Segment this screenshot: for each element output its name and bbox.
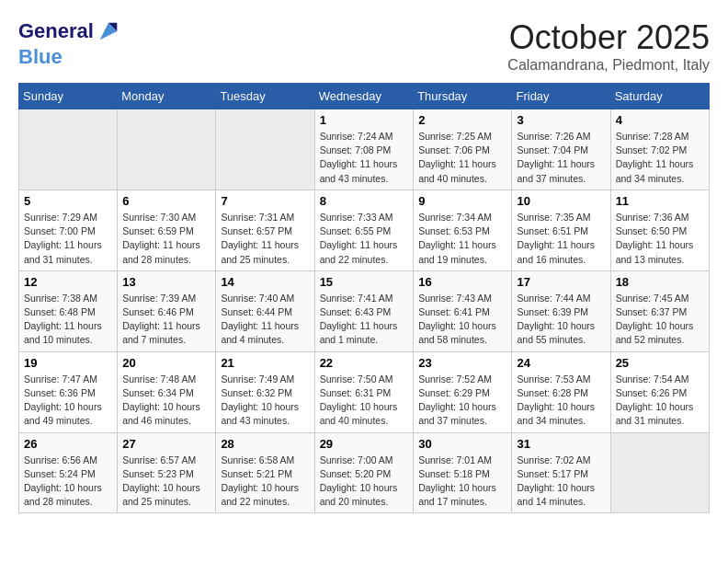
calendar-cell xyxy=(610,432,709,513)
day-number: 7 xyxy=(221,194,309,208)
day-number: 20 xyxy=(122,356,210,370)
weekday-thursday: Thursday xyxy=(414,84,512,109)
day-number: 31 xyxy=(517,437,605,451)
calendar-cell: 25Sunrise: 7:54 AM Sunset: 6:26 PM Dayli… xyxy=(610,351,709,432)
day-number: 6 xyxy=(122,194,210,208)
calendar-cell: 1Sunrise: 7:24 AM Sunset: 7:08 PM Daylig… xyxy=(314,109,414,190)
weekday-saturday: Saturday xyxy=(610,84,709,109)
calendar-cell: 12Sunrise: 7:38 AM Sunset: 6:48 PM Dayli… xyxy=(19,270,118,351)
day-number: 23 xyxy=(418,356,506,370)
day-info: Sunrise: 7:25 AM Sunset: 7:06 PM Dayligh… xyxy=(418,130,506,186)
calendar-cell: 20Sunrise: 7:48 AM Sunset: 6:34 PM Dayli… xyxy=(118,351,216,432)
week-row-2: 5Sunrise: 7:29 AM Sunset: 7:00 PM Daylig… xyxy=(19,190,710,270)
day-number: 11 xyxy=(616,194,704,208)
day-number: 21 xyxy=(221,356,309,370)
day-info: Sunrise: 6:56 AM Sunset: 5:24 PM Dayligh… xyxy=(24,454,112,510)
day-number: 9 xyxy=(418,194,506,208)
calendar-cell: 2Sunrise: 7:25 AM Sunset: 7:06 PM Daylig… xyxy=(414,109,512,190)
calendar-cell: 6Sunrise: 7:30 AM Sunset: 6:59 PM Daylig… xyxy=(118,190,216,270)
day-number: 30 xyxy=(418,437,506,451)
day-number: 15 xyxy=(320,275,409,289)
week-row-4: 19Sunrise: 7:47 AM Sunset: 6:36 PM Dayli… xyxy=(19,351,710,432)
day-info: Sunrise: 7:02 AM Sunset: 5:17 PM Dayligh… xyxy=(517,454,605,510)
calendar-cell: 31Sunrise: 7:02 AM Sunset: 5:17 PM Dayli… xyxy=(512,432,610,513)
calendar-cell: 22Sunrise: 7:50 AM Sunset: 6:31 PM Dayli… xyxy=(314,351,414,432)
day-info: Sunrise: 7:33 AM Sunset: 6:55 PM Dayligh… xyxy=(320,211,409,267)
day-number: 28 xyxy=(221,437,309,451)
calendar-cell: 23Sunrise: 7:52 AM Sunset: 6:29 PM Dayli… xyxy=(414,351,512,432)
weekday-tuesday: Tuesday xyxy=(216,84,314,109)
calendar-cell: 4Sunrise: 7:28 AM Sunset: 7:02 PM Daylig… xyxy=(610,109,709,190)
day-info: Sunrise: 7:00 AM Sunset: 5:20 PM Dayligh… xyxy=(320,454,409,510)
day-info: Sunrise: 7:29 AM Sunset: 7:00 PM Dayligh… xyxy=(24,211,112,267)
day-info: Sunrise: 7:52 AM Sunset: 6:29 PM Dayligh… xyxy=(418,373,506,429)
day-number: 1 xyxy=(320,113,409,127)
calendar-cell: 3Sunrise: 7:26 AM Sunset: 7:04 PM Daylig… xyxy=(512,109,610,190)
calendar-cell: 14Sunrise: 7:40 AM Sunset: 6:44 PM Dayli… xyxy=(216,270,314,351)
day-info: Sunrise: 7:50 AM Sunset: 6:31 PM Dayligh… xyxy=(320,373,409,429)
day-number: 27 xyxy=(122,437,210,451)
calendar-cell: 9Sunrise: 7:34 AM Sunset: 6:53 PM Daylig… xyxy=(414,190,512,270)
week-row-3: 12Sunrise: 7:38 AM Sunset: 6:48 PM Dayli… xyxy=(19,270,710,351)
weekday-wednesday: Wednesday xyxy=(314,84,414,109)
day-number: 2 xyxy=(418,113,506,127)
day-info: Sunrise: 7:34 AM Sunset: 6:53 PM Dayligh… xyxy=(418,211,506,267)
day-info: Sunrise: 6:58 AM Sunset: 5:21 PM Dayligh… xyxy=(221,454,309,510)
day-number: 29 xyxy=(320,437,409,451)
day-info: Sunrise: 7:49 AM Sunset: 6:32 PM Dayligh… xyxy=(221,373,309,429)
weekday-header-row: SundayMondayTuesdayWednesdayThursdayFrid… xyxy=(19,84,710,109)
day-info: Sunrise: 7:24 AM Sunset: 7:08 PM Dayligh… xyxy=(320,130,409,186)
day-number: 3 xyxy=(517,113,605,127)
day-info: Sunrise: 6:57 AM Sunset: 5:23 PM Dayligh… xyxy=(122,454,210,510)
calendar-cell: 29Sunrise: 7:00 AM Sunset: 5:20 PM Dayli… xyxy=(314,432,414,513)
day-info: Sunrise: 7:35 AM Sunset: 6:51 PM Dayligh… xyxy=(517,211,605,267)
day-info: Sunrise: 7:01 AM Sunset: 5:18 PM Dayligh… xyxy=(418,454,506,510)
day-number: 26 xyxy=(24,437,112,451)
calendar-cell: 17Sunrise: 7:44 AM Sunset: 6:39 PM Dayli… xyxy=(512,270,610,351)
weekday-monday: Monday xyxy=(118,84,216,109)
calendar-cell: 16Sunrise: 7:43 AM Sunset: 6:41 PM Dayli… xyxy=(414,270,512,351)
location: Calamandrana, Piedmont, Italy xyxy=(507,57,710,74)
week-row-1: 1Sunrise: 7:24 AM Sunset: 7:08 PM Daylig… xyxy=(19,109,710,190)
day-info: Sunrise: 7:26 AM Sunset: 7:04 PM Dayligh… xyxy=(517,130,605,186)
weekday-sunday: Sunday xyxy=(19,84,118,109)
weekday-friday: Friday xyxy=(512,84,610,109)
day-info: Sunrise: 7:54 AM Sunset: 6:26 PM Dayligh… xyxy=(616,373,704,429)
week-row-5: 26Sunrise: 6:56 AM Sunset: 5:24 PM Dayli… xyxy=(19,432,710,513)
day-number: 14 xyxy=(221,275,309,289)
calendar-cell: 30Sunrise: 7:01 AM Sunset: 5:18 PM Dayli… xyxy=(414,432,512,513)
calendar-cell: 5Sunrise: 7:29 AM Sunset: 7:00 PM Daylig… xyxy=(19,190,118,270)
calendar-cell: 13Sunrise: 7:39 AM Sunset: 6:46 PM Dayli… xyxy=(118,270,216,351)
day-number: 4 xyxy=(616,113,704,127)
logo-text: General xyxy=(18,18,121,46)
calendar-cell xyxy=(118,109,216,190)
day-info: Sunrise: 7:31 AM Sunset: 6:57 PM Dayligh… xyxy=(221,211,309,267)
calendar-cell: 27Sunrise: 6:57 AM Sunset: 5:23 PM Dayli… xyxy=(118,432,216,513)
calendar-cell: 15Sunrise: 7:41 AM Sunset: 6:43 PM Dayli… xyxy=(314,270,414,351)
calendar-cell: 21Sunrise: 7:49 AM Sunset: 6:32 PM Dayli… xyxy=(216,351,314,432)
calendar-cell: 28Sunrise: 6:58 AM Sunset: 5:21 PM Dayli… xyxy=(216,432,314,513)
calendar-cell: 24Sunrise: 7:53 AM Sunset: 6:28 PM Dayli… xyxy=(512,351,610,432)
day-info: Sunrise: 7:28 AM Sunset: 7:02 PM Dayligh… xyxy=(616,130,704,186)
day-number: 10 xyxy=(517,194,605,208)
day-info: Sunrise: 7:41 AM Sunset: 6:43 PM Dayligh… xyxy=(320,292,409,348)
calendar-cell: 7Sunrise: 7:31 AM Sunset: 6:57 PM Daylig… xyxy=(216,190,314,270)
day-info: Sunrise: 7:38 AM Sunset: 6:48 PM Dayligh… xyxy=(24,292,112,348)
day-info: Sunrise: 7:30 AM Sunset: 6:59 PM Dayligh… xyxy=(122,211,210,267)
calendar-cell xyxy=(19,109,118,190)
day-info: Sunrise: 7:40 AM Sunset: 6:44 PM Dayligh… xyxy=(221,292,309,348)
day-number: 8 xyxy=(320,194,409,208)
day-number: 16 xyxy=(418,275,506,289)
day-info: Sunrise: 7:45 AM Sunset: 6:37 PM Dayligh… xyxy=(616,292,704,348)
day-info: Sunrise: 7:36 AM Sunset: 6:50 PM Dayligh… xyxy=(616,211,704,267)
day-number: 5 xyxy=(24,194,112,208)
calendar-cell: 10Sunrise: 7:35 AM Sunset: 6:51 PM Dayli… xyxy=(512,190,610,270)
calendar-cell: 19Sunrise: 7:47 AM Sunset: 6:36 PM Dayli… xyxy=(19,351,118,432)
logo-blue: Blue xyxy=(18,46,121,68)
day-info: Sunrise: 7:48 AM Sunset: 6:34 PM Dayligh… xyxy=(122,373,210,429)
calendar-table: SundayMondayTuesdayWednesdayThursdayFrid… xyxy=(18,83,710,513)
month-title: October 2025 xyxy=(507,18,710,57)
day-number: 22 xyxy=(320,356,409,370)
logo: General Blue xyxy=(18,18,121,68)
calendar-cell: 18Sunrise: 7:45 AM Sunset: 6:37 PM Dayli… xyxy=(610,270,709,351)
